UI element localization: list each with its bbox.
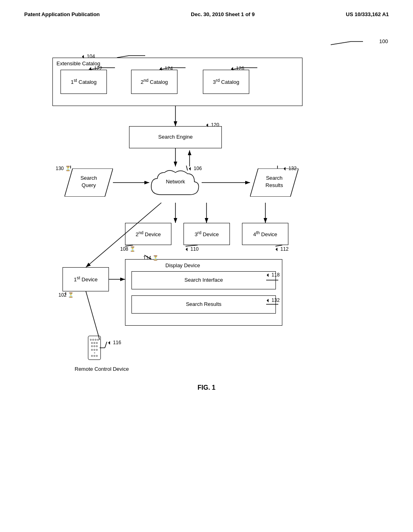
catalog-1-ref: ⏴ 122: [88, 66, 102, 71]
remote-row-2: [91, 342, 98, 344]
remote-btn: [94, 355, 95, 357]
catalog-3-label: 3rd Catalog: [213, 77, 239, 86]
ref-100: 100: [379, 38, 388, 44]
catalog-2-box: 2nd Catalog: [131, 70, 177, 94]
search-results-inner-box: Search Results: [131, 295, 276, 314]
device-2-ref: 108 ⏳: [120, 246, 136, 252]
page: Patent Application Publication Dec. 30, …: [0, 0, 413, 532]
extensible-catalog-ref: ⏴ 104: [81, 54, 95, 59]
remote-btn: [94, 352, 95, 353]
remote-btn: [94, 349, 95, 351]
search-results-inner-label: Search Results: [186, 301, 221, 308]
device-4-ref: ⏴ 112: [274, 246, 288, 252]
diagram: 100 Extensible Catalog ⏴ 104 1st Catalog…: [0, 17, 413, 501]
search-results-label-1: SearchResults: [254, 175, 294, 189]
device-1-box: 1st Device: [63, 267, 109, 291]
search-results-inner-ref: ⏴ 132: [265, 297, 280, 303]
catalog-3-ref: ⏴ 126: [230, 66, 244, 71]
device-1-label: 1st Device: [74, 275, 98, 284]
search-query-para: SearchQuery: [65, 168, 113, 197]
fig-label: FIG. 1: [0, 384, 413, 391]
remote-btn: [95, 339, 96, 341]
search-query-ref: 130 ⏳: [56, 166, 71, 171]
network-cloud: Network: [149, 166, 202, 203]
remote-row-4: [91, 349, 98, 351]
remote-row-5: [94, 352, 95, 353]
catalog-1-label: 1st Catalog: [71, 77, 96, 86]
display-device-label: Display Device: [165, 262, 200, 268]
search-results-para: SearchResults: [250, 168, 298, 197]
device-2-box: 2nd Device: [125, 223, 171, 245]
device-2-label: 2nd Device: [136, 230, 161, 239]
search-results-ref-1: ⏴ 132: [282, 166, 296, 171]
remote-body: [88, 336, 101, 360]
remote-ref: ⏴ 116: [107, 340, 121, 345]
header: Patent Application Publication Dec. 30, …: [0, 0, 413, 17]
display-device-ref: 114 ⏳: [143, 255, 159, 261]
device-3-box: 3rd Device: [184, 223, 230, 245]
search-interface-label: Search Interface: [184, 276, 223, 284]
remote-btn: [90, 339, 92, 341]
search-engine-label: Search Engine: [158, 133, 192, 141]
catalog-2-label: 2nd Catalog: [141, 77, 168, 86]
catalog-3-box: 3rd Catalog: [203, 70, 249, 94]
remote-btn: [94, 342, 95, 344]
network-label: Network: [149, 179, 202, 185]
network-ref: ⏴ 106: [188, 166, 202, 171]
search-interface-ref: ⏴ 118: [265, 272, 280, 278]
device-4-box: 4th Device: [242, 223, 288, 245]
device-1-ref: 102 ⏳: [58, 292, 74, 298]
search-query-label: SearchQuery: [71, 175, 107, 189]
remote-btn: [91, 342, 93, 344]
remote-btn: [96, 355, 98, 357]
remote-btn: [96, 349, 98, 351]
remote-btn: [92, 339, 94, 341]
remote-row-6: [91, 355, 98, 357]
remote-btn: [94, 345, 95, 347]
search-engine-box: Search Engine: [129, 126, 222, 148]
catalog-1-box: 1st Catalog: [60, 70, 107, 94]
remote-control: [88, 336, 101, 360]
display-device-box: [125, 259, 282, 326]
remote-btn: [91, 355, 93, 357]
search-interface-box: Search Interface: [131, 271, 276, 289]
remote-btn: [96, 342, 98, 344]
remote-btn: [91, 349, 93, 351]
device-3-label: 3rd Device: [194, 230, 219, 239]
remote-btn: [96, 345, 98, 347]
svg-line-36: [86, 291, 100, 340]
remote-top-row: [90, 339, 99, 341]
device-4-label: 4th Device: [253, 230, 277, 239]
header-center: Dec. 30, 2010 Sheet 1 of 9: [191, 11, 254, 17]
header-left: Patent Application Publication: [24, 11, 100, 17]
remote-btn: [91, 345, 93, 347]
svg-line-4: [331, 42, 351, 45]
catalog-2-ref: ⏴ 124: [159, 66, 173, 71]
remote-row-3: [91, 345, 98, 347]
remote-btn: [97, 339, 99, 341]
remote-control-label: Remote Control Device: [75, 366, 129, 372]
header-right: US 10/333,162 A1: [346, 11, 389, 17]
search-engine-ref: ⏴ 120: [205, 122, 219, 128]
device-3-ref: ⏴ 110: [184, 246, 198, 252]
